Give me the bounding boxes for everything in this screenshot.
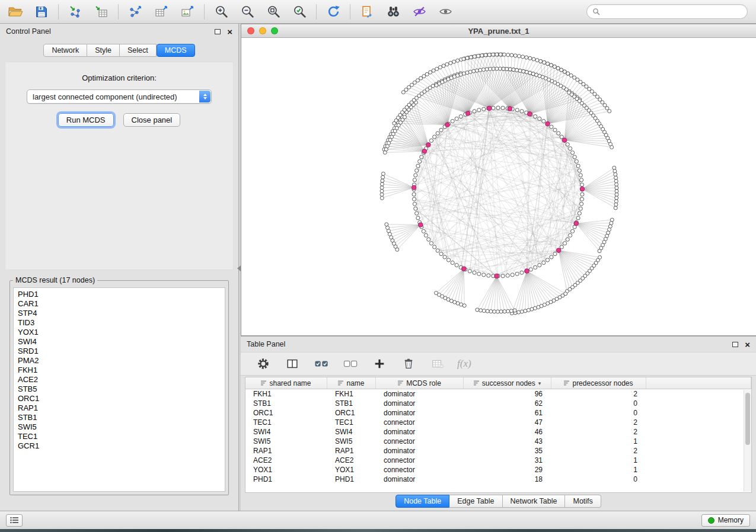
list-item[interactable]: SWI4 bbox=[18, 337, 221, 347]
list-item[interactable]: CAR1 bbox=[18, 299, 221, 309]
network-graph[interactable] bbox=[241, 38, 755, 335]
table-row[interactable]: YOX1YOX1connector291 bbox=[245, 465, 751, 475]
sort-icon bbox=[261, 380, 266, 386]
run-mcds-button[interactable]: Run MCDS bbox=[58, 113, 114, 127]
table-row[interactable]: SWI4SWI4dominator462 bbox=[245, 427, 751, 437]
column-header-MCDS-role[interactable]: MCDS role bbox=[376, 377, 464, 389]
minimize-window-button[interactable] bbox=[259, 27, 266, 34]
zoom-in-button[interactable] bbox=[212, 2, 231, 21]
table-scrollbar[interactable] bbox=[744, 390, 751, 492]
panel-menu-button[interactable] bbox=[6, 514, 23, 527]
hide-selected-button[interactable] bbox=[410, 2, 429, 21]
zoom-fit-button[interactable] bbox=[264, 2, 283, 21]
import-network-button[interactable] bbox=[66, 2, 85, 21]
column-header-name[interactable]: name bbox=[327, 377, 376, 389]
close-panel-icon[interactable]: × bbox=[745, 340, 750, 349]
cell-name: PHD1 bbox=[327, 475, 376, 483]
list-item[interactable]: GCR1 bbox=[18, 441, 221, 451]
network-window-title: YPA_prune.txt_1 bbox=[241, 27, 756, 36]
cell-successor-nodes: 62 bbox=[464, 399, 551, 408]
desktop-background bbox=[0, 529, 756, 532]
network-window-titlebar[interactable]: YPA_prune.txt_1 bbox=[241, 24, 756, 38]
scrollbar-thumb[interactable] bbox=[745, 393, 750, 445]
zoom-out-button[interactable] bbox=[238, 2, 257, 21]
column-header-predecessor-nodes[interactable]: predecessor nodes bbox=[551, 377, 646, 389]
list-item[interactable]: YOX1 bbox=[18, 328, 221, 337]
cell-predecessor-nodes: 2 bbox=[551, 418, 646, 427]
float-panel-icon[interactable] bbox=[732, 342, 738, 347]
memory-button[interactable]: Memory bbox=[701, 514, 750, 527]
column-header-successor-nodes[interactable]: successor nodes▾ bbox=[464, 377, 551, 389]
list-item[interactable]: TID3 bbox=[18, 318, 221, 328]
show-eye-icon bbox=[438, 4, 453, 19]
table-row[interactable]: SWI5SWI5connector431 bbox=[245, 437, 751, 446]
table-row[interactable]: RAP1RAP1dominator352 bbox=[245, 446, 751, 456]
search-box[interactable] bbox=[586, 4, 748, 19]
tab-motifs[interactable]: Motifs bbox=[565, 495, 601, 508]
binoculars-icon bbox=[386, 4, 401, 19]
export-table-button[interactable] bbox=[152, 2, 171, 21]
close-panel-button[interactable]: Close panel bbox=[123, 113, 181, 127]
find-button[interactable] bbox=[384, 2, 403, 21]
cell-successor-nodes: 46 bbox=[464, 428, 551, 436]
network-canvas[interactable] bbox=[241, 38, 756, 335]
sort-icon bbox=[564, 380, 569, 386]
column-header-shared-name[interactable]: shared name bbox=[245, 377, 327, 389]
list-item[interactable]: STB1 bbox=[18, 413, 221, 422]
export-network-button[interactable] bbox=[126, 2, 145, 21]
cell-successor-nodes: 43 bbox=[464, 437, 551, 446]
deselect-all-button[interactable] bbox=[341, 354, 360, 373]
import-table-button[interactable] bbox=[92, 2, 111, 21]
network-window: YPA_prune.txt_1 bbox=[241, 24, 756, 336]
table-row[interactable]: TEC1TEC1connector472 bbox=[245, 418, 751, 427]
list-item[interactable]: SWI5 bbox=[18, 422, 221, 432]
save-session-button[interactable] bbox=[32, 2, 51, 21]
add-column-button[interactable] bbox=[370, 354, 389, 373]
toolbar-separator bbox=[350, 4, 350, 20]
cell-successor-nodes: 61 bbox=[464, 409, 551, 417]
list-item[interactable]: STB5 bbox=[18, 384, 221, 394]
tab-network[interactable]: Network bbox=[43, 44, 87, 57]
table-toolbar: f(x) bbox=[241, 352, 756, 376]
list-item[interactable]: STP4 bbox=[18, 309, 221, 318]
zoom-selected-button[interactable] bbox=[290, 2, 309, 21]
open-file-button[interactable] bbox=[6, 2, 25, 21]
tab-mcds[interactable]: MCDS bbox=[157, 44, 195, 57]
export-table-icon bbox=[154, 5, 168, 19]
list-item[interactable]: FKH1 bbox=[18, 366, 221, 375]
table-row[interactable]: FKH1FKH1dominator962 bbox=[245, 389, 751, 399]
copy-share-document-button[interactable] bbox=[358, 2, 377, 21]
list-item[interactable]: ORC1 bbox=[18, 394, 221, 403]
list-item[interactable]: PHD1 bbox=[18, 290, 221, 299]
select-all-button[interactable] bbox=[312, 354, 331, 373]
maximize-window-button[interactable] bbox=[271, 27, 278, 34]
tab-network-table[interactable]: Network Table bbox=[503, 495, 566, 508]
close-window-button[interactable] bbox=[247, 27, 254, 34]
tab-select[interactable]: Select bbox=[120, 44, 157, 57]
list-item[interactable]: TEC1 bbox=[18, 432, 221, 441]
list-item[interactable]: PMA2 bbox=[18, 356, 221, 366]
list-item[interactable]: SRD1 bbox=[18, 347, 221, 356]
delete-column-button[interactable] bbox=[399, 354, 418, 373]
tab-edge-table[interactable]: Edge Table bbox=[449, 495, 502, 508]
refresh-view-button[interactable] bbox=[324, 2, 343, 21]
table-settings-button[interactable] bbox=[254, 354, 273, 373]
show-columns-button[interactable] bbox=[283, 354, 302, 373]
control-panel-tabs: NetworkStyleSelectMCDS bbox=[0, 44, 238, 57]
table-row[interactable]: PHD1PHD1dominator180 bbox=[245, 475, 751, 484]
table-row[interactable]: STB1STB1dominator620 bbox=[245, 399, 751, 408]
table-row[interactable]: ACE2ACE2connector311 bbox=[245, 456, 751, 465]
table-row[interactable]: ORC1ORC1dominator610 bbox=[245, 408, 751, 418]
search-input[interactable] bbox=[603, 8, 742, 16]
tab-style[interactable]: Style bbox=[87, 44, 120, 57]
show-all-button[interactable] bbox=[436, 2, 455, 21]
float-panel-icon[interactable] bbox=[215, 29, 221, 34]
criterion-select[interactable]: largest connected component (undirected) bbox=[27, 89, 212, 104]
tab-node-table[interactable]: Node Table bbox=[395, 495, 449, 508]
list-item[interactable]: ACE2 bbox=[18, 375, 221, 384]
close-panel-icon[interactable]: × bbox=[227, 27, 232, 36]
list-item[interactable]: RAP1 bbox=[18, 403, 221, 413]
mcds-result-list[interactable]: PHD1CAR1STP4TID3YOX1SWI4SRD1PMA2FKH1ACE2… bbox=[13, 287, 225, 492]
column-filler bbox=[646, 377, 751, 389]
export-image-button[interactable] bbox=[178, 2, 197, 21]
